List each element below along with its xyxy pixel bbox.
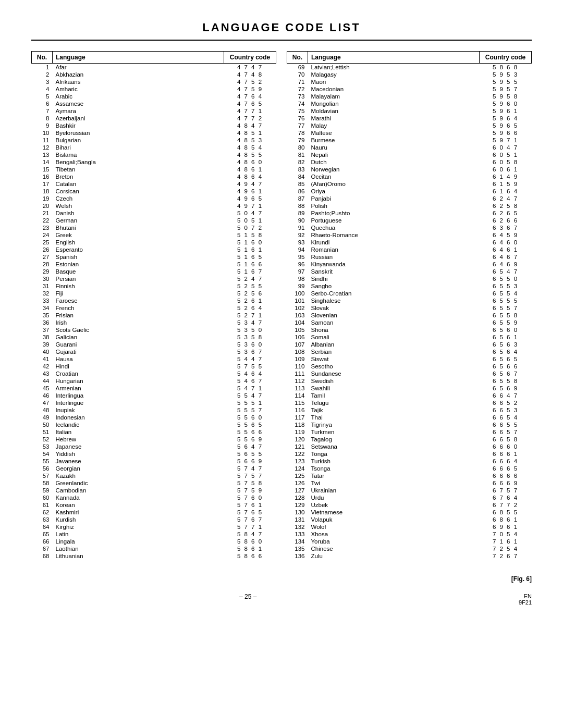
- table-row: 45Armenian5 4 7 1: [32, 385, 276, 392]
- table-row: 99Sangho6 5 5 3: [287, 282, 532, 290]
- table-row: 37Scots Gaelic5 3 5 0: [32, 326, 276, 334]
- left-header-code: Country code: [224, 52, 276, 64]
- table-row: 121Setswana6 6 6 0: [287, 443, 532, 450]
- table-row: 131Volapuk6 8 6 1: [287, 516, 532, 523]
- table-row: 72Macedonian5 9 5 7: [287, 85, 532, 93]
- table-row: 90Portuguese6 2 6 6: [287, 217, 532, 224]
- table-row: 88Polish6 2 5 8: [287, 202, 532, 209]
- table-row: 79Burmese5 9 7 1: [287, 137, 532, 144]
- table-row: 6Assamese4 7 6 5: [32, 100, 276, 107]
- table-row: 123Turkish6 6 6 4: [287, 458, 532, 465]
- table-row: 50Icelandic5 5 6 5: [32, 421, 276, 428]
- table-row: 105Shona6 5 6 0: [287, 326, 532, 334]
- table-row: 70Malagasy5 9 5 3: [287, 71, 532, 78]
- left-table-section: No. Language Country code 1Afar4 7 4 72A…: [31, 51, 276, 560]
- table-row: 68Lithuanian5 8 6 6: [32, 552, 276, 560]
- table-row: 124Tsonga6 6 6 5: [287, 465, 532, 472]
- table-row: 17Catalan4 9 4 7: [32, 180, 276, 188]
- table-row: 92Rhaeto-Romance6 4 5 9: [287, 231, 532, 239]
- table-row: 35Frisian5 2 7 1: [32, 312, 276, 319]
- table-row: 15Tibetan4 8 6 1: [32, 166, 276, 173]
- table-row: 78Maltese5 9 6 6: [287, 129, 532, 137]
- table-row: 127Ukrainian6 7 5 7: [287, 487, 532, 494]
- table-row: 103Slovenian6 5 5 8: [287, 312, 532, 319]
- table-row: 43Croatian5 4 6 4: [32, 370, 276, 377]
- table-row: 16Breton4 8 6 4: [32, 173, 276, 180]
- table-row: 106Somali6 5 6 1: [287, 334, 532, 341]
- right-header-language: Language: [308, 52, 480, 64]
- table-row: 63Kurdish5 7 6 7: [32, 516, 276, 523]
- table-row: 28Estonian5 1 6 6: [32, 261, 276, 268]
- table-row: 66Lingala5 8 6 0: [32, 538, 276, 545]
- table-row: 119Turkmen6 6 5 7: [287, 428, 532, 436]
- fig-label: [Fig. 6]: [511, 575, 532, 583]
- table-row: 9Bashkir4 8 4 7: [32, 122, 276, 129]
- table-row: 36Irish5 3 4 7: [32, 319, 276, 326]
- table-row: 110Sesotho6 5 6 6: [287, 363, 532, 370]
- table-row: 116Tajik6 6 5 3: [287, 406, 532, 414]
- table-row: 54Yiddish5 6 5 5: [32, 450, 276, 458]
- table-row: 18Corsican4 9 6 1: [32, 188, 276, 195]
- table-row: 34French5 2 6 4: [32, 304, 276, 312]
- table-row: 80Nauru6 0 4 7: [287, 144, 532, 151]
- table-row: 1Afar4 7 4 7: [32, 64, 276, 71]
- table-row: 97Sanskrit6 5 4 7: [287, 268, 532, 275]
- table-row: 82Dutch6 0 5 8: [287, 158, 532, 166]
- table-row: 48Inupiak5 5 5 7: [32, 406, 276, 414]
- table-row: 86Oriya6 1 6 4: [287, 188, 532, 195]
- table-row: 27Spanish5 1 6 5: [32, 253, 276, 261]
- table-row: 128Urdu6 7 6 4: [287, 494, 532, 501]
- table-row: 12Bihari4 8 5 4: [32, 144, 276, 151]
- table-row: 24Greek5 1 5 8: [32, 231, 276, 239]
- table-row: 95Russian6 4 6 7: [287, 253, 532, 261]
- table-row: 64Kirghiz5 7 7 1: [32, 523, 276, 530]
- table-row: 61Korean5 7 6 1: [32, 501, 276, 509]
- page-number: – 25 – EN9F21: [31, 593, 532, 600]
- table-row: 44Hungarian5 4 6 7: [32, 377, 276, 385]
- table-row: 39Guarani5 3 6 0: [32, 341, 276, 348]
- table-row: 62Kashmiri5 7 6 5: [32, 509, 276, 516]
- table-row: 114Tamil6 6 4 7: [287, 392, 532, 399]
- table-row: 30Persian5 2 4 7: [32, 275, 276, 282]
- table-row: 74Mongolian5 9 6 0: [287, 100, 532, 107]
- left-header-language: Language: [53, 52, 224, 64]
- table-row: 33Faroese5 2 6 1: [32, 297, 276, 304]
- table-row: 101Singhalese6 5 5 5: [287, 297, 532, 304]
- table-row: 60Kannada5 7 6 0: [32, 494, 276, 501]
- table-row: 98Sindhi6 5 5 0: [287, 275, 532, 282]
- table-row: 55Javanese5 6 6 9: [32, 458, 276, 465]
- table-row: 129Uzbek6 7 7 2: [287, 501, 532, 509]
- table-row: 26Esperanto5 1 6 1: [32, 246, 276, 253]
- table-row: 132Wolof6 9 6 1: [287, 523, 532, 530]
- table-row: 77Malay5 9 6 5: [287, 122, 532, 129]
- table-row: 58Greenlandic5 7 5 8: [32, 479, 276, 487]
- bottom-bar: [Fig. 6]: [31, 575, 532, 583]
- table-row: 7Aymara4 7 7 1: [32, 107, 276, 115]
- tables-wrapper: No. Language Country code 1Afar4 7 4 72A…: [31, 51, 532, 560]
- table-row: 111Sundanese6 5 6 7: [287, 370, 532, 377]
- table-row: 87Panjabi6 2 4 7: [287, 195, 532, 202]
- table-row: 69Latvian;Lettish5 8 6 8: [287, 64, 532, 71]
- table-row: 108Serbian6 5 6 4: [287, 348, 532, 355]
- table-row: 51Italian5 5 6 6: [32, 428, 276, 436]
- table-row: 125Tatar6 6 6 6: [287, 472, 532, 479]
- table-row: 120Tagalog6 6 5 8: [287, 436, 532, 443]
- table-row: 109Siswat6 5 6 5: [287, 355, 532, 363]
- table-row: 23Bhutani5 0 7 2: [32, 224, 276, 231]
- table-row: 84Occitan6 1 4 9: [287, 173, 532, 180]
- table-row: 4Amharic4 7 5 9: [32, 85, 276, 93]
- table-row: 22German5 0 5 1: [32, 217, 276, 224]
- table-row: 85(Afan)Oromo6 1 5 9: [287, 180, 532, 188]
- table-row: 40Gujarati5 3 6 7: [32, 348, 276, 355]
- table-row: 8Azerbaijani4 7 7 2: [32, 115, 276, 122]
- table-row: 112Swedish6 5 5 8: [287, 377, 532, 385]
- table-row: 65Latin5 8 4 7: [32, 530, 276, 538]
- table-row: 49Indonesian5 5 6 0: [32, 414, 276, 421]
- table-row: 31Finnish5 2 5 5: [32, 282, 276, 290]
- table-row: 93Kirundi6 4 6 0: [287, 239, 532, 246]
- right-header-no: No.: [287, 52, 308, 64]
- table-row: 118Tigrinya6 6 5 5: [287, 421, 532, 428]
- table-row: 19Czech4 9 6 5: [32, 195, 276, 202]
- table-row: 136Zulu7 2 6 7: [287, 552, 532, 560]
- table-row: 10Byelorussian4 8 5 1: [32, 129, 276, 137]
